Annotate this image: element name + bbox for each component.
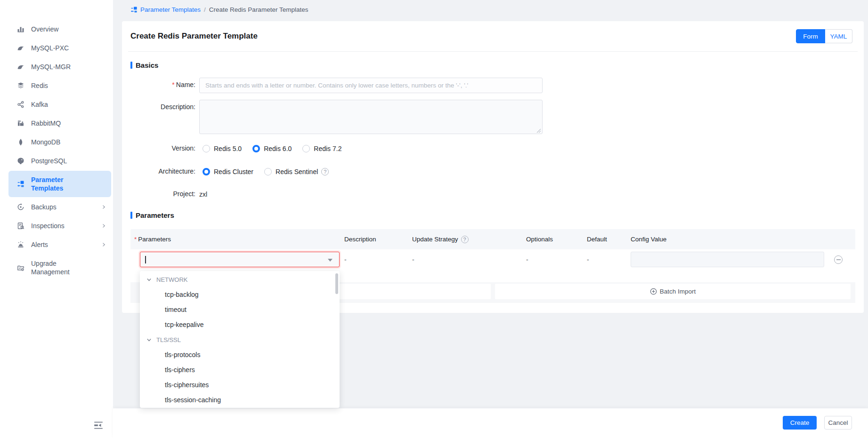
sidebar-item-label: Upgrade Management bbox=[31, 259, 89, 276]
sidebar-item-backups[interactable]: Backups bbox=[0, 198, 113, 216]
sidebar-item-upgrade-management[interactable]: Upgrade Management bbox=[0, 254, 113, 281]
radio-icon bbox=[302, 145, 310, 152]
section-accent-bar bbox=[130, 62, 132, 69]
project-label: Project: bbox=[122, 190, 195, 198]
breadcrumb-separator: / bbox=[204, 6, 206, 13]
yaml-view-button[interactable]: YAML bbox=[825, 29, 852, 43]
remove-row-icon[interactable] bbox=[834, 255, 843, 264]
radio-redis-sentinel[interactable]: Redis Sentinel bbox=[264, 168, 318, 175]
parameters-section-title: Parameters bbox=[130, 211, 174, 219]
nodes-icon bbox=[17, 101, 24, 108]
bar-chart-icon bbox=[17, 25, 24, 33]
radio-redis-5-0[interactable]: Redis 5.0 bbox=[203, 145, 242, 152]
dropdown-item-tls-session-caching[interactable]: tls-session-caching bbox=[140, 392, 340, 407]
scrollbar-thumb[interactable] bbox=[335, 273, 338, 294]
form-view-button[interactable]: Form bbox=[796, 29, 825, 43]
sidebar-item-label: Redis bbox=[31, 81, 48, 90]
sidebar-item-mongodb[interactable]: MongoDB bbox=[0, 133, 113, 151]
column-update-strategy: Update Strategy ? bbox=[412, 229, 469, 249]
column-description: Description bbox=[344, 229, 376, 249]
sidebar-item-alerts[interactable]: Alerts bbox=[0, 235, 113, 254]
sidebar-item-overview[interactable]: Overview bbox=[0, 20, 113, 39]
sidebar-item-label: Backups bbox=[31, 203, 57, 211]
batch-import-button[interactable]: Batch Import bbox=[495, 284, 851, 299]
sidebar-item-kafka[interactable]: Kafka bbox=[0, 95, 113, 114]
siren-icon bbox=[17, 241, 24, 248]
view-mode-toggle: Form YAML bbox=[796, 29, 852, 43]
sidebar-item-label: MySQL-MGR bbox=[31, 63, 71, 71]
chevron-down-icon bbox=[146, 337, 152, 343]
dropdown-item-tls-ciphersuites[interactable]: tls-ciphersuites bbox=[140, 377, 340, 392]
description-cell: - bbox=[344, 252, 347, 267]
divider bbox=[128, 51, 858, 52]
dropdown-item-tls-protocols[interactable]: tls-protocols bbox=[140, 347, 340, 362]
description-textarea[interactable] bbox=[199, 100, 543, 134]
version-radio-group: Redis 5.0 Redis 6.0 Redis 7.2 bbox=[199, 141, 349, 156]
sidebar-item-label: Overview bbox=[31, 25, 58, 33]
update-strategy-help-icon[interactable]: ? bbox=[461, 236, 469, 243]
plus-circle-icon bbox=[650, 288, 657, 295]
template-icon bbox=[17, 180, 24, 188]
table-header: * Parameters Description Update Strategy… bbox=[130, 229, 855, 249]
sidebar-item-label: Alerts bbox=[31, 240, 48, 249]
radio-redis-6-0[interactable]: Redis 6.0 bbox=[252, 145, 292, 152]
breadcrumb-current: Create Redis Parameter Templates bbox=[209, 6, 308, 13]
update-strategy-cell: - bbox=[412, 252, 414, 267]
chevron-right-icon bbox=[101, 242, 106, 247]
parameters-section-label: Parameters bbox=[136, 211, 174, 219]
sidebar-item-parameter-templates[interactable]: Parameter Templates bbox=[8, 171, 111, 197]
dolphin-icon bbox=[17, 63, 24, 71]
section-accent-bar bbox=[130, 212, 132, 219]
default-cell: - bbox=[587, 252, 589, 267]
sidebar-item-mysql-pxc[interactable]: MySQL-PXC bbox=[0, 39, 113, 57]
parameter-dropdown: NETWORK tcp-backlog timeout tcp-keepaliv… bbox=[140, 271, 340, 408]
dropdown-group-network[interactable]: NETWORK bbox=[140, 272, 340, 287]
action-footer: Create Cancel bbox=[113, 408, 868, 438]
restore-icon bbox=[17, 203, 24, 211]
batch-import-label: Batch Import bbox=[660, 288, 696, 295]
sidebar-item-inspections[interactable]: Inspections bbox=[0, 216, 113, 235]
sidebar-item-postgresql[interactable]: PostgreSQL bbox=[0, 151, 113, 170]
radio-checked-icon bbox=[252, 145, 260, 152]
name-input[interactable] bbox=[199, 78, 543, 93]
sidebar-nav: Overview MySQL-PXC MySQL-MGR Redis Kafka bbox=[0, 20, 113, 281]
dropdown-item-timeout[interactable]: timeout bbox=[140, 302, 340, 317]
radio-icon bbox=[203, 145, 210, 152]
sidebar-item-redis[interactable]: Redis bbox=[0, 76, 113, 95]
radio-redis-7-2[interactable]: Redis 7.2 bbox=[302, 145, 341, 152]
create-button[interactable]: Create bbox=[783, 416, 817, 430]
dropdown-item-tcp-keepalive[interactable]: tcp-keepalive bbox=[140, 317, 340, 332]
radio-redis-cluster[interactable]: Redis Cluster bbox=[203, 168, 253, 175]
description-label: Description: bbox=[122, 103, 195, 111]
optionals-cell: - bbox=[526, 252, 528, 267]
text-cursor bbox=[145, 256, 146, 263]
column-default: Default bbox=[587, 229, 607, 249]
factory-icon bbox=[17, 119, 24, 127]
required-asterisk: * bbox=[172, 81, 174, 88]
breadcrumb-root-link[interactable]: Parameter Templates bbox=[140, 6, 201, 13]
dropdown-item-tcp-backlog[interactable]: tcp-backlog bbox=[140, 287, 340, 302]
sidebar-item-mysql-mgr[interactable]: MySQL-MGR bbox=[0, 57, 113, 76]
project-value: zxl bbox=[199, 186, 207, 202]
collapse-sidebar-icon[interactable] bbox=[93, 420, 104, 430]
sidebar-item-label: Parameter Templates bbox=[31, 175, 89, 192]
sidebar: Overview MySQL-PXC MySQL-MGR Redis Kafka bbox=[0, 0, 113, 438]
sidebar-item-label: RabbitMQ bbox=[31, 119, 61, 127]
chevron-right-icon bbox=[101, 204, 106, 210]
column-parameters: * Parameters bbox=[134, 229, 171, 249]
column-config-value: Config Value bbox=[631, 229, 666, 249]
sidebar-item-label: PostgreSQL bbox=[31, 157, 67, 165]
sidebar-item-label: MongoDB bbox=[31, 138, 60, 146]
config-value-input[interactable] bbox=[631, 252, 824, 267]
breadcrumb: Parameter Templates / Create Redis Param… bbox=[130, 5, 308, 14]
create-template-card: Create Redis Parameter Template Form YAM… bbox=[122, 21, 864, 313]
sidebar-item-rabbitmq[interactable]: RabbitMQ bbox=[0, 114, 113, 133]
architecture-help-icon[interactable]: ? bbox=[321, 168, 329, 175]
cancel-button[interactable]: Cancel bbox=[824, 416, 852, 430]
folder-gear-icon bbox=[17, 264, 24, 271]
required-asterisk: * bbox=[134, 236, 137, 243]
dropdown-item-tls-ciphers[interactable]: tls-ciphers bbox=[140, 362, 340, 377]
radio-checked-icon bbox=[203, 168, 210, 175]
parameter-select-input[interactable] bbox=[140, 252, 340, 267]
dropdown-group-tls-ssl[interactable]: TLS/SSL bbox=[140, 332, 340, 347]
